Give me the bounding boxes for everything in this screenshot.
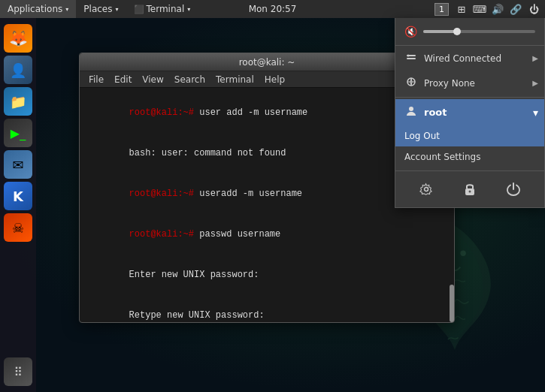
- terminal-line-3: root@kali:~# useradd -m username: [86, 173, 448, 214]
- wired-connected-arrow: ▶: [532, 54, 538, 62]
- terminal-line-4: root@kali:~# passwd username: [86, 214, 448, 255]
- terminal-menu[interactable]: ⬛ Terminal ▾: [126, 0, 198, 18]
- screenshot-icon[interactable]: ⊞: [453, 0, 470, 18]
- terminal-label: Terminal: [147, 4, 185, 14]
- sidebar-icon-kali2[interactable]: ☠: [4, 213, 32, 242]
- applications-label: Applications: [8, 4, 62, 14]
- user-expand-arrow: ▾: [533, 107, 538, 119]
- username-label: root: [424, 107, 447, 118]
- user-icon: 👤: [10, 62, 26, 78]
- volume-slider[interactable]: [423, 30, 535, 33]
- power-action-btn[interactable]: [503, 179, 524, 200]
- sidebar-icon-files[interactable]: 📁: [4, 87, 32, 116]
- top-panel: Applications ▾ Places ▾ ⬛ Terminal ▾ Mon…: [0, 0, 545, 18]
- user-account-icon: [404, 105, 418, 119]
- power-panel-icon[interactable]: ⏻: [525, 0, 542, 18]
- volume-knob: [453, 28, 461, 35]
- sidebar-icon-firefox[interactable]: 🦊: [4, 24, 32, 53]
- terminal-title: root@kali: ~: [239, 57, 295, 68]
- firefox-icon: 🦊: [9, 29, 28, 47]
- sidebar-icon-apps[interactable]: ⠿: [4, 357, 32, 386]
- user-section[interactable]: root ▾: [395, 99, 544, 125]
- separator-1: [395, 97, 544, 98]
- workspace-indicator[interactable]: 1: [434, 3, 449, 16]
- svg-point-8: [425, 188, 428, 191]
- places-arrow: ▾: [115, 6, 118, 13]
- terminal-line-5: Enter new UNIX password:: [86, 255, 448, 295]
- terminal-search-menu[interactable]: Search: [170, 73, 210, 86]
- terminal-view-menu[interactable]: View: [138, 73, 168, 86]
- system-dropdown-panel: 🔇 Wired Connected ▶: [395, 18, 545, 208]
- wired-connected-item[interactable]: Wired Connected ▶: [395, 46, 544, 71]
- terminal-file-menu[interactable]: File: [84, 73, 108, 86]
- terminal-edit-menu[interactable]: Edit: [110, 73, 136, 86]
- network-panel-icon[interactable]: 🔗: [507, 0, 524, 18]
- kali1-icon: K: [13, 188, 23, 204]
- proxy-icon: [404, 77, 418, 89]
- proxy-none-label: Proxy None: [424, 78, 475, 89]
- sidebar-icon-kali1[interactable]: K: [4, 182, 32, 210]
- terminal-icon: ⬛: [134, 5, 144, 14]
- account-settings-label: Account Settings: [404, 152, 480, 162]
- dropdown-bottom-actions: [395, 170, 544, 207]
- settings-action-btn[interactable]: [416, 179, 437, 200]
- lock-action-btn[interactable]: [459, 179, 480, 200]
- terminal-terminal-menu[interactable]: Terminal: [211, 73, 259, 86]
- sidebar-icon-terminal[interactable]: ▶_: [4, 119, 32, 147]
- keyboard-icon[interactable]: ⌨: [471, 0, 488, 18]
- kali2-icon: ☠: [12, 220, 24, 236]
- terminal-line-2: bash: user: command not found: [86, 133, 448, 173]
- sidebar: 🦊 👤 📁 ▶_ ✉ K ☠ ⠿: [0, 18, 36, 392]
- mail-icon: ✉: [12, 157, 23, 173]
- panel-right: 1 ⊞ ⌨ 🔊 🔗 ⏻: [434, 0, 545, 18]
- svg-point-7: [409, 107, 413, 111]
- volume-row: 🔇: [395, 18, 544, 46]
- account-settings-item[interactable]: Account Settings: [395, 146, 544, 167]
- proxy-none-item[interactable]: Proxy None ▶: [395, 71, 544, 95]
- places-label: Places: [83, 4, 112, 14]
- places-menu[interactable]: Places ▾: [76, 0, 126, 18]
- desktop: Applications ▾ Places ▾ ⬛ Terminal ▾ Mon…: [0, 0, 545, 392]
- panel-left: Applications ▾ Places ▾ ⬛ Terminal ▾: [0, 0, 198, 18]
- network-icon: [404, 52, 418, 65]
- volume-panel-icon[interactable]: 🔊: [489, 0, 506, 18]
- apps-grid-icon: ⠿: [14, 365, 23, 379]
- clock-display: Mon 20:57: [249, 4, 297, 14]
- sidebar-bottom: ⠿: [4, 357, 32, 386]
- terminal-line-1: root@kali:~# user add -m username: [86, 92, 448, 133]
- files-icon: 📁: [10, 94, 26, 110]
- applications-arrow: ▾: [65, 6, 68, 13]
- svg-rect-3: [407, 58, 416, 59]
- terminal-help-menu[interactable]: Help: [260, 73, 289, 86]
- svg-point-10: [469, 191, 471, 193]
- proxy-arrow: ▶: [532, 79, 538, 87]
- sidebar-icon-user[interactable]: 👤: [4, 56, 32, 84]
- sidebar-icon-mail[interactable]: ✉: [4, 150, 32, 179]
- volume-icon: 🔇: [404, 26, 417, 38]
- svg-point-4: [407, 55, 410, 57]
- terminal-arrow: ▾: [187, 6, 190, 13]
- terminal-icon-sidebar: ▶_: [11, 126, 26, 140]
- applications-menu[interactable]: Applications ▾: [0, 0, 76, 18]
- terminal-line-6: Retype new UNIX password:: [86, 295, 448, 322]
- panel-clock: Mon 20:57: [249, 4, 297, 14]
- logout-item[interactable]: Log Out: [395, 125, 544, 146]
- wired-connected-label: Wired Connected: [424, 53, 501, 64]
- svg-point-1: [460, 251, 465, 256]
- logout-label: Log Out: [404, 131, 440, 141]
